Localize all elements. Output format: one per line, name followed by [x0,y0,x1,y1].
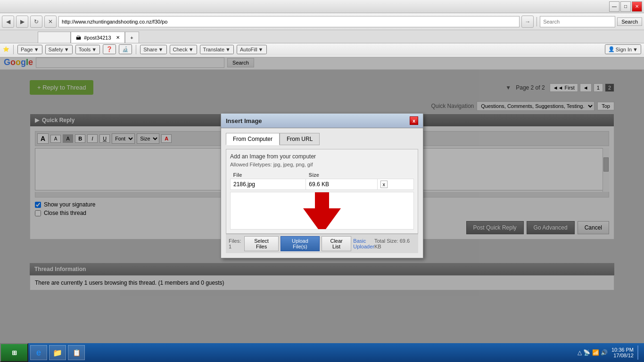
file-remove-button[interactable]: x [380,181,388,188]
stop-button[interactable]: ✕ [44,16,57,28]
signin-button[interactable]: 👤 Sign In ▼ [605,44,641,54]
address-bar[interactable] [58,16,520,27]
toolbar-divider-2 [136,45,136,54]
autofill-button[interactable]: AutoFill ▼ [237,45,267,54]
col-remove-header [377,171,413,179]
taskbar-apps: e 📁 📋 [28,343,87,362]
taskbar-app3-icon[interactable]: 📋 [68,345,85,360]
taskbar-explorer-icon[interactable]: 📁 [49,345,66,360]
modal-description: Add an Image from your computer [230,153,414,160]
file-row: 2186.jpg 69.6 KB x [231,179,414,190]
col-size-header: Size [306,171,377,179]
translate-button[interactable]: Translate ▼ [200,45,234,54]
page-menu[interactable]: Page ▼ [17,45,42,54]
taskbar-ie-icon[interactable]: e [30,345,47,360]
clock-date: 17/08/12 [611,353,634,358]
new-tab-button[interactable]: + [125,32,139,43]
file-remove-cell: x [377,179,413,190]
file-drop-area[interactable] [230,192,414,230]
start-button[interactable]: ⊞ [0,343,28,362]
select-files-button[interactable]: Select Files [244,236,279,251]
check-button[interactable]: Check ▼ [170,45,197,54]
browser-titlebar: — □ ✕ [0,0,644,13]
tab-favicon: 🏔 [76,35,81,41]
close-button[interactable]: ✕ [632,1,642,12]
tab-back [38,32,71,43]
divider [537,17,537,26]
show-desktop-icon[interactable] [637,346,640,360]
modal-title: Insert Image [226,117,262,124]
svg-marker-0 [303,192,341,230]
modal-overlay: Insert Image x From Computer From URL Ad… [0,57,644,343]
modal-content-area: Add an Image from your computer Allowed … [226,149,418,234]
modal-titlebar: Insert Image x [221,114,423,128]
file-name-cell: 2186.jpg [231,179,306,190]
page-label: Page [21,47,33,52]
search-input[interactable] [540,16,615,27]
window-controls: — □ ✕ [609,1,642,12]
help-button[interactable]: ❓ [103,44,116,54]
forward-button[interactable]: ▶ [16,16,28,28]
tab-from-url[interactable]: From URL [280,133,320,145]
maximize-button[interactable]: □ [620,1,631,12]
minimize-button[interactable]: — [609,1,619,12]
back-button[interactable]: ◀ [2,16,14,28]
share-button[interactable]: Share ▼ [140,45,166,54]
toolbar-divider-1 [13,45,14,54]
taskbar-icons: △ 📡 📶 🔊 [578,349,608,356]
taskbar-right: △ 📡 📶 🔊 10:36 PM 17/08/12 [578,346,644,360]
refresh-button[interactable]: ↻ [30,16,42,28]
tab-close-icon[interactable]: ✕ [116,35,120,40]
file-size-cell: 69.6 KB [306,179,377,190]
research-button[interactable]: 🔬 [119,44,132,54]
safety-menu[interactable]: Safety ▼ [45,45,73,54]
files-count: Files: 1 [229,238,244,249]
browser-navbar: ◀ ▶ ↻ ✕ → Search [0,13,644,30]
modal-close-button[interactable]: x [410,116,418,125]
system-clock: 10:36 PM 17/08/12 [611,347,634,358]
go-button[interactable]: → [521,16,534,28]
modal-body: From Computer From URL Add an Image from… [221,128,423,258]
upload-files-button[interactable]: Upload File(s) [281,236,320,251]
toolbar-icon-1: ⭐ [3,46,9,52]
modal-allowed-types: Allowed Filetypes: jpg, jpeg, png, gif [230,162,414,167]
browser-tabs: 🏔 #post34213 ✕ + [0,30,644,43]
browser-tab-active[interactable]: 🏔 #post34213 ✕ [71,32,125,43]
red-arrow-icon [303,192,341,230]
insert-image-dialog: Insert Image x From Computer From URL Ad… [221,113,423,258]
clear-list-button[interactable]: Clear List [322,236,351,251]
ie-toolbar: ⭐ Page ▼ Safety ▼ Tools ▼ ❓ 🔬 Share ▼ Ch… [0,43,644,56]
tools-menu[interactable]: Tools ▼ [75,45,100,54]
tab-from-computer[interactable]: From Computer [226,133,280,145]
modal-action-buttons: Select Files Upload File(s) Clear List B… [244,236,374,251]
search-button[interactable]: Search [617,17,642,26]
basic-uploader-link[interactable]: BasicUploader [353,238,374,249]
col-file-header: File [231,171,306,179]
modal-footer: Files: 1 Select Files Upload File(s) Cle… [226,234,418,253]
tab-label: #post34213 [84,35,111,41]
clock-time: 10:36 PM [611,347,634,353]
taskbar: ⊞ e 📁 📋 △ 📡 📶 🔊 10:36 PM 17/08/12 [0,343,644,362]
total-size: Total Size: 69.6 KB [374,238,415,249]
modal-tabs: From Computer From URL [226,133,418,145]
file-table: File Size 2186.jpg 69.6 KB x [230,171,414,190]
